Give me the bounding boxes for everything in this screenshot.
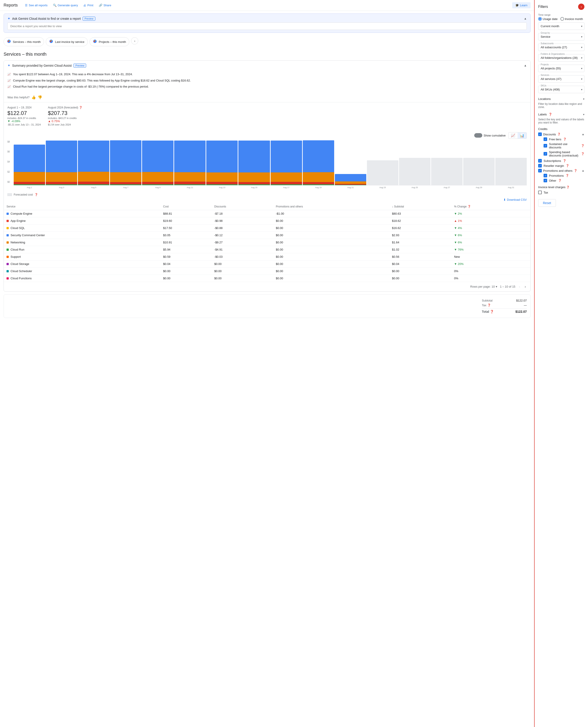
chart-type-buttons: 📈 📊 <box>508 132 527 139</box>
help-icon-discounts[interactable]: ❓ <box>557 133 561 136</box>
bar-segment-green <box>174 184 206 185</box>
discounts-sub-items: Free tiers ❓ Sustained use discounts ❓ S… <box>544 138 584 157</box>
cumulative-switch[interactable] <box>474 133 482 138</box>
help-icon-promotions[interactable]: ❓ <box>574 169 577 172</box>
help-icon-sustained[interactable]: ❓ <box>581 144 584 147</box>
bar-segment-forecasted <box>495 158 527 185</box>
promotions-checkbox[interactable] <box>538 169 542 172</box>
help-icon-reseller[interactable]: ❓ <box>566 164 569 167</box>
bar-segment-forecasted <box>399 158 430 185</box>
table-cell-promos: $0.00 <box>273 231 389 239</box>
help-icon-labels[interactable]: ❓ <box>548 113 552 116</box>
share-link[interactable]: 🔗 Share <box>99 4 111 7</box>
locations-collapsible[interactable]: Locations ▾ <box>538 96 584 102</box>
learn-button[interactable]: 🎓 Learn <box>512 2 530 8</box>
help-icon-total[interactable]: ❓ <box>490 310 494 313</box>
svg-point-8 <box>94 40 96 41</box>
help-icon-free-tiers[interactable]: ❓ <box>563 138 566 141</box>
tax-checkbox[interactable] <box>538 191 542 194</box>
spending-based-checkbox[interactable] <box>544 152 547 155</box>
labels-collapsible[interactable]: Labels ❓ ▾ <box>538 112 584 117</box>
chart-x-label: Aug 9 <box>142 186 173 189</box>
quick-tab-invoice[interactable]: Last invoice by service <box>46 37 88 46</box>
subscriptions-checkbox[interactable] <box>538 159 542 163</box>
print-link[interactable]: 🖨 Print <box>83 4 93 7</box>
app-title: Reports <box>4 3 18 8</box>
pagination-next-button[interactable]: › <box>524 284 527 290</box>
table-cell-discounts: $0.00 <box>212 275 273 282</box>
help-icon-other[interactable]: ❓ <box>558 179 562 182</box>
subaccounts-select[interactable]: All subaccounts (27) <box>541 46 578 49</box>
bar-chart-button[interactable]: 📊 <box>518 132 526 139</box>
table-row: Support$0.59-$0.03$0.00$0.56New <box>4 253 530 260</box>
skus-select[interactable]: All SKUs (408) <box>541 88 578 91</box>
bar-segment-orange <box>110 172 141 182</box>
col-subtotal[interactable]: ↓ Subtotal <box>389 203 451 210</box>
promotions-chevron-up-icon[interactable]: ▲ <box>582 169 584 172</box>
bar-group <box>463 141 495 185</box>
free-tiers-checkbox[interactable] <box>544 138 547 141</box>
gemini-input[interactable] <box>7 22 527 30</box>
current-month-select[interactable]: Current month <box>541 24 578 28</box>
bar-segment-red <box>238 182 270 184</box>
help-icon-subscriptions[interactable]: ❓ <box>563 159 566 162</box>
line-chart-button[interactable]: 📈 <box>508 132 518 139</box>
discounts-checkbox[interactable] <box>538 132 542 136</box>
group-by-select[interactable]: Service <box>541 35 578 38</box>
cloud-icon-2 <box>93 39 97 44</box>
thumbs-down-button[interactable]: 👎 <box>38 95 42 100</box>
help-icon-forecast-legend[interactable]: ❓ <box>35 193 38 196</box>
promotions-sub-checkbox[interactable] <box>544 174 547 178</box>
service-color-dot <box>6 263 9 265</box>
section-title: Services – this month <box>0 48 534 59</box>
quick-tab-services[interactable]: Services – this month <box>4 37 44 46</box>
bar-segment-blue <box>303 140 334 172</box>
sustained-use-checkbox[interactable] <box>544 144 547 147</box>
folders-orgs-select[interactable]: All folders/organizations (28) <box>541 56 578 60</box>
table-cell-cost: $0.04 <box>161 260 212 267</box>
bar-segment-orange <box>238 172 270 182</box>
generate-query-link[interactable]: 🔍 Generate query <box>53 4 78 7</box>
help-icon-change[interactable]: ❓ <box>467 205 471 208</box>
tabs-scroll-right[interactable]: › <box>131 37 138 44</box>
quick-tab-projects[interactable]: Projects – this month <box>89 37 129 46</box>
bar-segment-red <box>174 182 206 184</box>
radio-invoice-month[interactable]: Invoice month <box>561 17 583 21</box>
table-cell-subtotal: $2.93 <box>389 231 451 239</box>
help-icon-forecast[interactable]: ❓ <box>79 106 82 109</box>
download-csv-button[interactable]: ⬇ Download CSV <box>503 198 527 201</box>
bar-segment-blue <box>110 140 141 172</box>
summary-collapse-icon[interactable]: ▲ <box>524 64 527 67</box>
filters-collapse-button[interactable]: › <box>578 4 584 10</box>
gemini-bar: ✦ Ask Gemini Cloud Assist to find or cre… <box>4 14 530 33</box>
pagination-prev-button[interactable]: ‹ <box>518 284 521 290</box>
table-cell-service: Cloud SQL <box>4 224 161 231</box>
help-icon-invoice-level[interactable]: ❓ <box>566 186 570 189</box>
rows-per-page-dropdown-icon[interactable]: ▾ <box>496 285 497 288</box>
services-select[interactable]: All services (47) <box>541 77 578 81</box>
discounts-chevron-up-icon[interactable]: ▲ <box>582 133 584 136</box>
service-color-dot <box>6 227 9 229</box>
other-checkbox[interactable] <box>544 179 547 182</box>
col-cost: Cost <box>161 203 212 210</box>
show-cumulative-toggle[interactable]: Show cumulative <box>474 133 506 138</box>
help-icon-spending[interactable]: ❓ <box>581 152 584 155</box>
reset-button[interactable]: Reset <box>538 199 556 207</box>
help-icon-tax[interactable]: ❓ <box>487 304 491 307</box>
chevron-up-icon[interactable]: ▲ <box>524 17 527 20</box>
thumbs-up-button[interactable]: 👍 <box>31 95 36 100</box>
filter-credits: Credits Discounts ❓ ▲ Free tiers ❓ <box>538 127 584 182</box>
radio-usage-date[interactable]: Usage date <box>538 17 558 21</box>
projects-select[interactable]: All projects (55) <box>541 67 578 70</box>
table-cell-discounts: -$0.12 <box>212 231 273 239</box>
bar-segment-green <box>271 184 302 185</box>
reseller-margin-checkbox[interactable] <box>538 164 542 167</box>
help-icon-promotions-sub[interactable]: ❓ <box>566 174 569 177</box>
bar-segment-green <box>142 184 173 185</box>
table-row: Security Command Center$3.05-$0.12$0.00$… <box>4 231 530 239</box>
top-nav: Reports ☰ See all reports 🔍 Generate que… <box>0 0 534 11</box>
table-cell-change: 0% <box>451 267 530 275</box>
see-all-reports-link[interactable]: ☰ See all reports <box>25 4 47 7</box>
bar-group <box>174 141 206 185</box>
bar-segment-forecasted <box>463 158 495 185</box>
